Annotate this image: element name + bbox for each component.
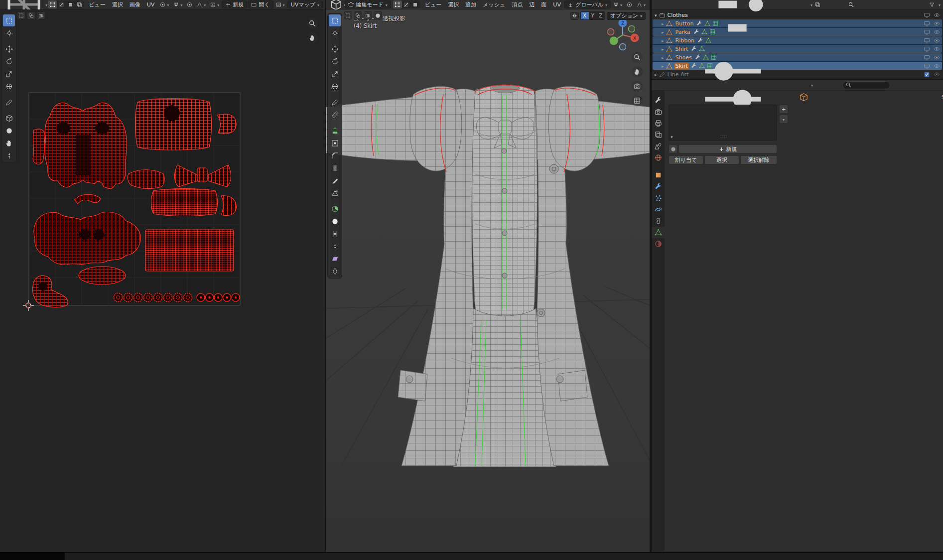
mirror-z-toggle[interactable]: Z xyxy=(597,12,605,19)
transform-tool[interactable] xyxy=(329,80,341,92)
mode-select[interactable]: 編集モード xyxy=(345,0,391,8)
face-mode-toggle[interactable] xyxy=(411,0,420,8)
eye-icon[interactable] xyxy=(934,12,940,18)
ortho-toggle-button[interactable] xyxy=(632,95,643,106)
uv-menu-view[interactable]: ビュー xyxy=(86,0,109,9)
options-dropdown[interactable]: オプション xyxy=(607,12,646,20)
tab-world[interactable] xyxy=(652,152,665,163)
vp-menu-vertex[interactable]: 頂点 xyxy=(509,0,526,9)
scale-tool[interactable] xyxy=(3,68,15,80)
vp-menu-add[interactable]: 追加 xyxy=(462,0,479,9)
gizmo-y-axis[interactable] xyxy=(610,37,618,45)
vertex-mode-toggle[interactable] xyxy=(393,0,402,8)
tab-object[interactable] xyxy=(652,169,665,181)
shrink-fatten-tool[interactable] xyxy=(329,240,341,252)
object-name[interactable]: Button xyxy=(674,20,695,27)
gizmo-neg-z[interactable] xyxy=(620,44,626,50)
properties-search-input[interactable] xyxy=(842,81,890,89)
outliner-display-mode-button[interactable] xyxy=(813,1,822,8)
add-group-button[interactable] xyxy=(779,105,788,114)
falloff-button[interactable] xyxy=(195,1,208,8)
spin-tool[interactable] xyxy=(329,203,341,215)
select-mode-new-button[interactable] xyxy=(17,11,25,19)
eye-icon[interactable] xyxy=(934,71,940,78)
screen-icon[interactable] xyxy=(924,54,930,61)
vp-menu-mesh[interactable]: メッシュ xyxy=(480,0,508,9)
eye-icon[interactable] xyxy=(934,37,940,44)
move-tool[interactable] xyxy=(329,43,341,55)
cursor-tool[interactable] xyxy=(3,27,15,39)
relax-tool[interactable] xyxy=(3,125,15,137)
annotate-tool[interactable] xyxy=(329,96,341,108)
extrude-region-tool[interactable] xyxy=(329,125,341,137)
proportional-edit-button[interactable] xyxy=(185,1,194,8)
rip-region-tool[interactable] xyxy=(329,265,341,277)
pinch-tool[interactable] xyxy=(3,137,15,149)
uv-menu-select[interactable]: 選択 xyxy=(109,0,126,9)
scale-tool[interactable] xyxy=(329,68,341,80)
image-browse-button[interactable] xyxy=(208,1,221,8)
shear-tool[interactable] xyxy=(329,253,341,265)
inset-faces-tool[interactable] xyxy=(329,137,341,149)
edge-mode-toggle[interactable] xyxy=(402,0,411,8)
rotate-tool[interactable] xyxy=(329,55,341,67)
select-mode-intersect-button[interactable] xyxy=(374,11,382,19)
eye-icon[interactable] xyxy=(934,54,940,61)
pivot-point-button[interactable] xyxy=(158,1,171,8)
tab-modifiers[interactable] xyxy=(652,181,665,192)
vp-menu-view[interactable]: ビュー xyxy=(422,0,445,9)
tab-object-data[interactable] xyxy=(652,227,665,238)
uv-pan-button[interactable] xyxy=(307,32,318,43)
pinch-alt-tool[interactable] xyxy=(3,149,15,161)
uv-zoom-button[interactable] xyxy=(307,18,318,29)
expand-arrow-icon[interactable] xyxy=(662,20,664,27)
rotate-tool[interactable] xyxy=(3,55,15,67)
camera-view-button[interactable] xyxy=(632,81,643,92)
select-button[interactable]: 選択 xyxy=(704,155,739,164)
tab-render[interactable] xyxy=(652,106,665,118)
eye-icon[interactable] xyxy=(934,29,940,35)
loop-cut-tool[interactable] xyxy=(329,162,341,174)
zoom-button[interactable] xyxy=(632,52,643,63)
new-button[interactable]: 新規 xyxy=(678,144,777,153)
viewport-canvas[interactable] xyxy=(326,9,650,552)
vp-menu-uv[interactable]: UV xyxy=(550,1,564,8)
mirror-x-toggle[interactable]: X xyxy=(581,12,589,19)
object-name[interactable]: Ribbon xyxy=(674,37,695,44)
select-mode-extend-button[interactable] xyxy=(354,11,362,19)
select-mode-subtract-button[interactable] xyxy=(37,11,45,19)
tab-output[interactable] xyxy=(652,118,665,129)
select-mode-subtract-button[interactable] xyxy=(364,11,372,19)
snap-button[interactable] xyxy=(171,1,184,8)
edge-slide-tool[interactable] xyxy=(329,228,341,240)
object-name[interactable]: Parka xyxy=(674,29,691,35)
snap-button[interactable] xyxy=(611,1,624,8)
falloff-button[interactable] xyxy=(635,1,648,8)
eye-icon[interactable] xyxy=(934,20,940,27)
tab-particles[interactable] xyxy=(652,192,665,204)
gizmo-neg-x[interactable] xyxy=(608,29,614,35)
deselect-button[interactable]: 選択解除 xyxy=(740,155,777,164)
uv-menu-image[interactable]: 画像 xyxy=(127,0,143,9)
filter-expand-icon[interactable] xyxy=(671,133,674,140)
tab-tool[interactable] xyxy=(652,95,665,106)
bevel-tool[interactable] xyxy=(329,149,341,161)
image-open-button[interactable]: 開く xyxy=(248,0,273,8)
select-box-tool[interactable] xyxy=(329,14,341,26)
screen-icon[interactable] xyxy=(924,12,930,18)
uv-menu-uv[interactable]: UV xyxy=(144,1,158,8)
vp-menu-edge[interactable]: 辺 xyxy=(526,0,538,9)
select-box-tool[interactable] xyxy=(3,14,15,26)
expand-arrow-icon[interactable] xyxy=(655,12,657,18)
gizmo-neg-y[interactable] xyxy=(629,26,635,32)
tab-physics[interactable] xyxy=(652,204,665,215)
cursor-tool[interactable] xyxy=(329,27,341,39)
screen-icon[interactable] xyxy=(924,37,930,44)
screen-icon[interactable] xyxy=(924,46,930,52)
mirror-button[interactable] xyxy=(570,12,579,20)
tab-view-layer[interactable] xyxy=(652,129,665,140)
mirror-y-toggle[interactable]: Y xyxy=(589,12,597,19)
poly-build-tool[interactable] xyxy=(329,187,341,199)
uv-select-island-toggle[interactable] xyxy=(75,0,84,8)
tab-constraints[interactable] xyxy=(652,215,665,227)
